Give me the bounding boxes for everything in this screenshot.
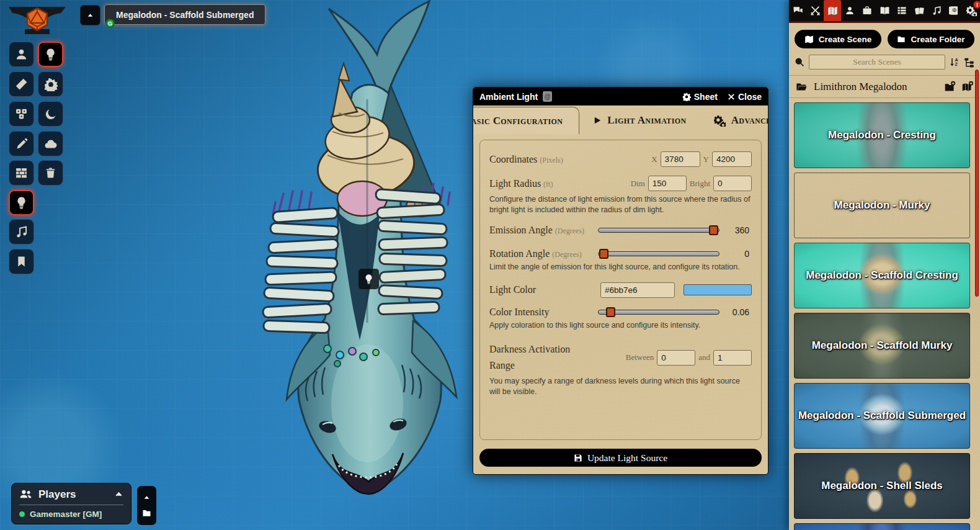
ambient-light-token[interactable]	[359, 269, 379, 289]
bright-radius-input[interactable]	[713, 176, 752, 191]
x-label: X	[651, 155, 657, 164]
coordinates-row: Coordinates (Pixels) X Y	[489, 151, 752, 167]
tool-drawings[interactable]	[9, 131, 34, 156]
tab-scenes[interactable]	[824, 0, 841, 21]
subtool-night-transition[interactable]	[38, 101, 63, 127]
tab-cards[interactable]	[911, 0, 928, 21]
chevron-up-icon[interactable]	[114, 490, 123, 499]
window-header[interactable]: Ambient Light @ Sheet Close	[473, 88, 768, 106]
tab-chat[interactable]	[789, 0, 806, 21]
coordinate-x-input[interactable]	[661, 151, 700, 167]
players-header[interactable]: Players	[19, 488, 123, 501]
svg-text:Z: Z	[955, 61, 958, 67]
scene-card-name: Megalodon - Scaffold Cresting	[806, 269, 958, 282]
coordinate-y-input[interactable]	[712, 151, 752, 167]
close-button[interactable]: Close	[728, 92, 762, 102]
nav-scene-name: Megalodon - Scaffold Submerged	[116, 10, 254, 20]
tool-sounds[interactable]	[9, 219, 34, 245]
create-folder-in-folder-icon[interactable]	[944, 81, 956, 92]
tab-playlists[interactable]	[928, 0, 945, 21]
scene-card[interactable]: Megalodon - Scaffold Submerged	[794, 383, 970, 449]
cloud-icon	[44, 137, 58, 151]
darkness-max-input[interactable]	[713, 350, 752, 366]
nav-scene-item[interactable]: Megalodon - Scaffold Submerged G	[104, 4, 265, 25]
settings-notification-badge: !	[973, 1, 980, 9]
scene-card-name: Megalodon - Cresting	[828, 129, 936, 141]
cards-icon	[914, 6, 925, 16]
tool-lighting[interactable]	[9, 190, 34, 215]
tab-label: Advanced Options	[731, 114, 768, 127]
tab-basic-configuration[interactable]: Basic Configuration	[473, 107, 579, 134]
foundry-vtt-logo[interactable]	[5, 2, 69, 37]
darkness-min-input[interactable]	[657, 350, 695, 366]
player-row[interactable]: Gamemaster [GM]	[19, 510, 123, 519]
ambient-light-window: Ambient Light @ Sheet Close Basic Config…	[473, 87, 768, 475]
rotation-angle-row: Rotation Angle (Degrees) 0	[489, 248, 752, 259]
y-label: Y	[703, 155, 709, 164]
scene-card[interactable]: Megalodon - Shell Sleds	[794, 453, 970, 519]
tab-combat[interactable]	[806, 0, 824, 21]
emission-angle-row: Emission Angle (Degrees) 360	[489, 225, 752, 236]
scene-card[interactable]: Megalodon - Murky	[794, 173, 970, 238]
subtool-reset-fog[interactable]	[38, 131, 63, 156]
document-id-icon[interactable]: @	[543, 91, 552, 102]
play-icon	[593, 116, 602, 125]
tab-light-animation[interactable]: Light Animation	[579, 107, 700, 134]
tool-tiles[interactable]	[9, 101, 34, 127]
folder-open-icon	[796, 81, 807, 92]
tab-label: Light Animation	[607, 114, 686, 127]
sidebar: ! Create Scene Create Folder AZ Limithro…	[789, 0, 980, 530]
rotation-angle-slider[interactable]	[598, 249, 719, 259]
tab-compendium[interactable]	[945, 0, 963, 21]
tab-settings[interactable]: !	[963, 0, 980, 21]
tab-tables[interactable]	[893, 0, 911, 21]
tab-actors[interactable]	[841, 0, 858, 21]
sidebar-scrollbar[interactable]	[975, 70, 979, 297]
light-color-input[interactable]	[600, 282, 675, 298]
lightbulb-icon	[15, 196, 28, 209]
scene-card[interactable]: Megalodon - Scaffold Cresting	[794, 243, 970, 308]
scene-card[interactable]: Megalodon - Scaffold Murky	[794, 313, 970, 379]
light-color-swatch[interactable]	[684, 284, 752, 295]
tab-items[interactable]	[858, 0, 876, 21]
music-note-icon	[15, 225, 28, 238]
color-intensity-label: Color Intensity	[489, 307, 598, 318]
tool-walls[interactable]	[9, 160, 34, 186]
light-radius-label: Light Radius (ft)	[489, 178, 628, 189]
dialog-tabs: Basic Configuration Light Animation Adva…	[473, 106, 768, 134]
scene-card[interactable]: Megalodon - Underwater	[794, 523, 970, 530]
create-folder-button[interactable]: Create Folder	[888, 30, 974, 48]
caret-up-icon[interactable]	[143, 493, 151, 501]
sheet-config-button[interactable]: Sheet	[682, 92, 718, 102]
folder-icon[interactable]	[142, 508, 151, 518]
tab-journal[interactable]	[876, 0, 893, 21]
subtool-draw-light[interactable]	[38, 42, 63, 67]
tool-measurement[interactable]	[9, 71, 34, 97]
emission-angle-value: 360	[719, 225, 752, 235]
update-light-source-button[interactable]: Update Light Source	[479, 449, 762, 467]
actors-user-icon	[845, 6, 855, 16]
subtool-clear-lights[interactable]	[38, 160, 63, 186]
tab-advanced-options[interactable]: Advanced Options	[700, 107, 768, 134]
color-intensity-slider[interactable]	[598, 307, 719, 317]
folder-limithron-megalodon[interactable]: Limithron Megalodon	[789, 75, 980, 98]
scene-card[interactable]: Megalodon - Cresting	[794, 102, 970, 168]
darkness-range-hint: You may specify a range of darkness leve…	[489, 376, 752, 397]
dim-radius-input[interactable]	[648, 176, 687, 191]
create-scene-button[interactable]: Create Scene	[795, 30, 881, 48]
gm-badge: G	[105, 19, 115, 28]
player-name: Gamemaster [GM]	[30, 510, 102, 519]
emission-angle-slider[interactable]	[598, 225, 719, 235]
light-radius-hint: Configure the distance of light emission…	[489, 194, 752, 215]
nav-collapse-button[interactable]	[80, 5, 100, 25]
tool-token-controls[interactable]	[9, 42, 34, 67]
sort-icon[interactable]: AZ	[950, 57, 960, 67]
tool-notes[interactable]	[9, 249, 34, 274]
create-scene-label: Create Scene	[819, 35, 872, 44]
subtool-day-transition[interactable]	[38, 71, 63, 97]
scene-card-name: Megalodon - Shell Sleds	[821, 480, 943, 492]
create-scene-in-folder-icon[interactable]	[961, 81, 973, 92]
search-scenes-input[interactable]	[809, 55, 945, 70]
lightbulb-icon	[363, 274, 374, 284]
folder-tree-icon[interactable]	[964, 57, 974, 68]
